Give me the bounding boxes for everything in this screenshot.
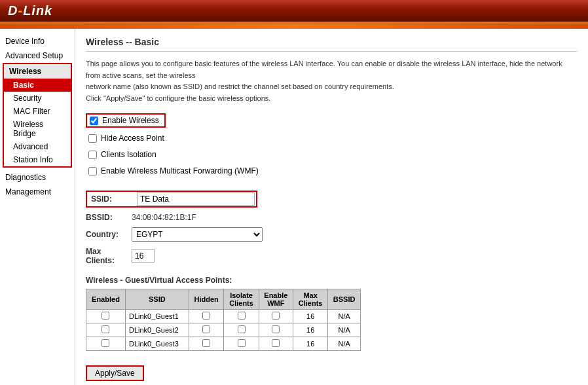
ssid-input[interactable] [137, 192, 255, 206]
sidebar-item-basic[interactable]: Basic [4, 79, 71, 92]
clients-isolation-checkbox[interactable] [88, 151, 97, 159]
sidebar-item-wireless[interactable]: Wireless [4, 64, 71, 79]
guest3-isolate[interactable] [238, 339, 246, 347]
sidebar: Device Info Advanced Setup Wireless Basi… [0, 29, 75, 385]
sidebar-item-station-info[interactable]: Station Info [4, 153, 71, 166]
table-row: DLink0_Guest3 16 N/A [86, 337, 361, 351]
col-enable-wmf: EnableWMF [259, 289, 293, 310]
max-clients-label: Max Clients: [86, 247, 132, 265]
sidebar-item-advanced[interactable]: Advanced [4, 140, 71, 153]
page-title: Wireless -- Basic [86, 37, 578, 52]
bssid-label: BSSID: [86, 213, 132, 222]
guest1-ssid: DLink0_Guest1 [125, 310, 189, 323]
enable-wireless-checkbox[interactable] [90, 117, 98, 125]
guest1-isolate[interactable] [238, 312, 246, 320]
guest3-bssid: N/A [328, 337, 361, 351]
guest2-ssid: DLink0_Guest2 [125, 323, 189, 337]
main-content: Wireless -- Basic This page allows you t… [75, 29, 588, 385]
sidebar-item-device-info[interactable]: Device Info [0, 34, 75, 48]
wmf-checkbox[interactable] [88, 167, 97, 175]
guest1-max-clients: 16 [293, 310, 328, 323]
hide-ap-label: Hide Access Point [101, 134, 164, 143]
logo: D-Link [8, 3, 52, 18]
enable-wireless-row: Enable Wireless [86, 113, 166, 128]
guest1-wmf[interactable] [272, 312, 280, 320]
guest-section-title: Wireless - Guest/Virtual Access Points: [86, 276, 578, 285]
sidebar-item-advanced-setup[interactable]: Advanced Setup [0, 48, 75, 63]
bssid-value: 34:08:04:82:1B:1F [132, 213, 196, 222]
sidebar-item-security[interactable]: Security [4, 92, 71, 105]
max-clients-row: Max Clients: [86, 247, 578, 265]
header: D-Link [0, 0, 588, 24]
table-row: DLink0_Guest1 16 N/A [86, 310, 361, 323]
sidebar-item-mac-filter[interactable]: MAC Filter [4, 105, 71, 118]
apply-save-button[interactable]: Apply/Save [86, 365, 144, 381]
guest2-hidden[interactable] [202, 325, 210, 333]
clients-isolation-label: Clients Isolation [101, 150, 156, 159]
guest2-bssid: N/A [328, 323, 361, 337]
guest1-enabled[interactable] [101, 312, 109, 320]
ssid-label: SSID: [91, 194, 137, 204]
clients-isolation-row: Clients Isolation [86, 149, 578, 160]
col-max-clients: MaxClients [293, 289, 328, 310]
guest2-enabled[interactable] [101, 325, 109, 333]
guest3-hidden[interactable] [202, 339, 210, 347]
guest3-enabled[interactable] [101, 339, 109, 347]
guest2-isolate[interactable] [238, 325, 246, 333]
col-enabled: Enabled [86, 289, 126, 310]
hide-ap-checkbox[interactable] [88, 134, 97, 143]
guest3-wmf[interactable] [272, 339, 280, 347]
guest1-bssid: N/A [328, 310, 361, 323]
guest3-ssid: DLink0_Guest3 [125, 337, 189, 351]
bssid-row: BSSID: 34:08:04:82:1B:1F [86, 213, 578, 222]
guest2-max-clients: 16 [293, 323, 328, 337]
max-clients-input[interactable] [132, 249, 155, 263]
sidebar-item-diagnostics[interactable]: Diagnostics [0, 170, 75, 185]
layout: Device Info Advanced Setup Wireless Basi… [0, 29, 588, 385]
col-hidden: Hidden [189, 289, 224, 310]
orange-bar [0, 24, 588, 29]
sidebar-item-management[interactable]: Management [0, 185, 75, 199]
country-label: Country: [86, 230, 132, 239]
enable-wireless-label: Enable Wireless [102, 116, 159, 125]
sidebar-item-wireless-bridge[interactable]: Wireless Bridge [4, 118, 71, 140]
guest2-wmf[interactable] [272, 325, 280, 333]
col-ssid: SSID [125, 289, 189, 310]
guest3-max-clients: 16 [293, 337, 328, 351]
description: This page allows you to configure basic … [86, 58, 578, 104]
sidebar-wireless-section: Wireless Basic Security MAC Filter Wirel… [3, 63, 72, 168]
wmf-label: Enable Wireless Multicast Forwarding (WM… [101, 166, 259, 175]
country-row: Country: EGYPT [86, 227, 578, 242]
guest1-hidden[interactable] [202, 312, 210, 320]
ssid-box: SSID: [86, 191, 257, 208]
ssid-row: SSID: [86, 191, 578, 208]
hide-access-point-row: Hide Access Point [86, 132, 578, 144]
col-isolate-clients: IsolateClients [224, 289, 259, 310]
country-select[interactable]: EGYPT [132, 227, 263, 242]
table-row: DLink0_Guest2 16 N/A [86, 323, 361, 337]
wmf-row: Enable Wireless Multicast Forwarding (WM… [86, 165, 578, 177]
vap-table: Enabled SSID Hidden IsolateClients Enabl… [86, 289, 361, 351]
col-bssid: BSSID [328, 289, 361, 310]
